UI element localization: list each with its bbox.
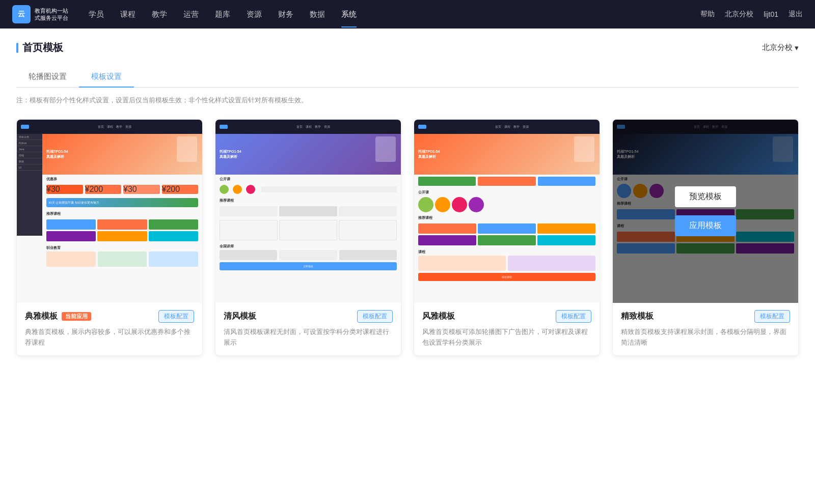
tab-carousel[interactable]: 轮播图设置: [16, 67, 79, 88]
template-name-wind: 清风模板: [224, 311, 256, 322]
nav-item-teaching[interactable]: 教学: [152, 8, 167, 21]
tab-bar: 轮播图设置 模板设置: [16, 67, 799, 88]
template-desc-refined: 精致首页模板支持课程展示封面，各模板分隔明显，界面简洁清晰: [621, 327, 790, 348]
template-overlay-refined: 预览模板 应用模板: [613, 120, 798, 303]
nav-item-students[interactable]: 学员: [89, 8, 104, 21]
template-info-refined: 精致模板 模板配置 精致首页模板支持课程展示封面，各模板分隔明显，界面简洁清晰: [613, 303, 798, 355]
nav-item-operations[interactable]: 运营: [183, 8, 199, 21]
template-name-fengya: 风雅模板: [422, 311, 455, 322]
template-info-wind: 清风模板 模板配置 清风首页模板课程无封面，可设置按学科分类对课程进行展示: [215, 303, 401, 355]
page-title: 首页模板: [16, 41, 63, 54]
template-preview-refined: 首页 课程 教学 资源 托福TPO1-54真题及解析 公开课: [613, 120, 798, 303]
config-button-elegant[interactable]: 模板配置: [158, 310, 194, 323]
chevron-down-icon: ▾: [795, 43, 799, 52]
template-info-fengya: 风雅模板 模板配置 风雅首页模板可添加轮播图下广告图片，可对课程及课程包设置学科…: [414, 303, 600, 355]
nav-item-resources[interactable]: 资源: [247, 8, 262, 21]
config-button-fengya[interactable]: 模板配置: [556, 310, 591, 323]
apply-button-refined[interactable]: 应用模板: [675, 215, 736, 236]
nav-item-system[interactable]: 系统: [341, 8, 357, 21]
config-button-wind[interactable]: 模板配置: [357, 310, 393, 323]
navbar: 云 教育机构一站 式服务云平台 学员 课程 教学 运营 题库 资源 财务 数据 …: [0, 0, 815, 29]
note-text: 注：模板有部分个性化样式设置，设置后仅当前模板生效；非个性化样式设置后针对所有模…: [16, 96, 799, 105]
current-badge-elegant: 当前应用: [62, 312, 91, 321]
config-button-refined[interactable]: 模板配置: [754, 310, 790, 323]
template-preview-wind: 首页 课程 教学 资源 托福TPO1-54真题及解析 公开课: [215, 120, 401, 303]
nav-item-questions[interactable]: 题库: [215, 8, 230, 21]
template-card-elegant: 首页 课程 教学 资源 学科分类 Python Java 前端: [16, 119, 203, 356]
logo[interactable]: 云 教育机构一站 式服务云平台: [12, 5, 68, 23]
template-card-wind: 首页 课程 教学 资源 托福TPO1-54真题及解析 公开课: [215, 119, 401, 356]
template-desc-wind: 清风首页模板课程无封面，可设置按学科分类对课程进行展示: [224, 327, 393, 348]
logo-icon: 云: [12, 5, 31, 23]
page-container: 首页模板 北京分校 ▾ 轮播图设置 模板设置 注：模板有部分个性化样式设置，设置…: [0, 29, 815, 504]
nav-item-courses[interactable]: 课程: [120, 8, 135, 21]
nav-item-data[interactable]: 数据: [310, 8, 325, 21]
nav-branch[interactable]: 北京分校: [725, 10, 753, 19]
template-info-elegant: 典雅模板 当前应用 模板配置 典雅首页模板，展示内容较多，可以展示优惠券和多个推…: [17, 303, 202, 355]
template-name-refined: 精致模板: [621, 311, 654, 322]
template-preview-elegant: 首页 课程 教学 资源 学科分类 Python Java 前端: [17, 120, 202, 303]
page-header: 首页模板 北京分校 ▾: [16, 41, 799, 54]
nav-logout[interactable]: 退出: [789, 10, 803, 19]
template-card-refined: 首页 课程 教学 资源 托福TPO1-54真题及解析 公开课: [612, 119, 799, 356]
nav-right: 帮助 北京分校 lijt01 退出: [700, 10, 803, 19]
nav-user[interactable]: lijt01: [764, 10, 778, 18]
nav-menu: 学员 课程 教学 运营 题库 资源 财务 数据 系统: [89, 8, 700, 21]
template-desc-fengya: 风雅首页模板可添加轮播图下广告图片，可对课程及课程包设置学科分类展示: [422, 327, 591, 348]
template-desc-elegant: 典雅首页模板，展示内容较多，可以展示优惠券和多个推荐课程: [25, 327, 194, 348]
template-card-fengya: 首页 课程 教学 资源 托福TPO1-54真题及解析: [414, 119, 600, 356]
preview-button-refined[interactable]: 预览模板: [675, 186, 736, 207]
nav-item-finance[interactable]: 财务: [278, 8, 293, 21]
template-grid: 首页 课程 教学 资源 学科分类 Python Java 前端: [16, 119, 799, 356]
template-preview-fengya: 首页 课程 教学 资源 托福TPO1-54真题及解析: [414, 120, 600, 303]
tab-template[interactable]: 模板设置: [79, 67, 134, 88]
logo-text: 教育机构一站 式服务云平台: [35, 7, 68, 22]
nav-help[interactable]: 帮助: [700, 10, 715, 19]
branch-selector[interactable]: 北京分校 ▾: [762, 43, 799, 52]
template-name-elegant: 典雅模板 当前应用: [25, 311, 91, 322]
